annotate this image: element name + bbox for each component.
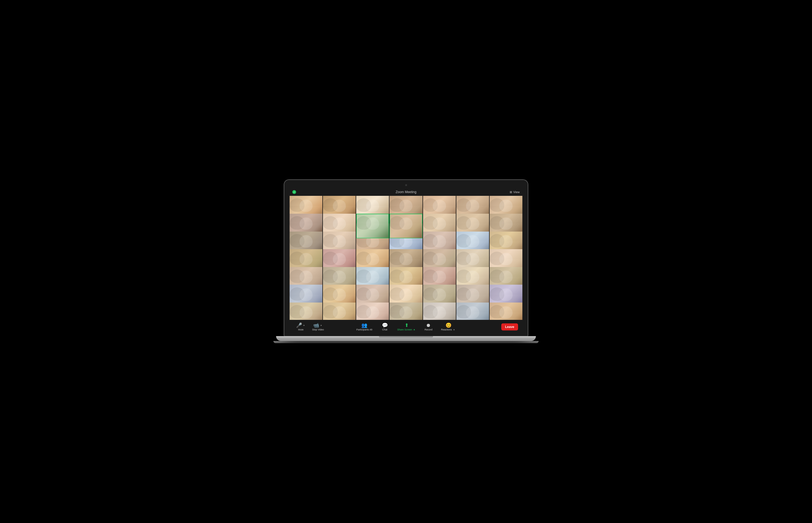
participants-label: Participants — [357, 328, 369, 331]
record-label: Record — [425, 328, 433, 331]
share-screen-button[interactable]: ⬆ Share Screen ▲ — [395, 322, 418, 332]
record-icon: ⏺ — [426, 323, 431, 328]
participant-cell-46[interactable] — [390, 303, 422, 320]
title-bar: ✓ Zoom Meeting ⊞ View — [290, 188, 522, 196]
participant-cell-47[interactable] — [423, 303, 456, 320]
share-screen-icon: ⬆ — [405, 323, 409, 328]
reactions-icon: 😊 — [446, 323, 452, 328]
participant-cell-11[interactable] — [390, 214, 422, 238]
video-grid — [290, 196, 522, 320]
view-label[interactable]: View — [513, 191, 520, 194]
participant-cell-49[interactable] — [490, 303, 522, 320]
toolbar-left: 🎤 ▲ Mute 📹 ▲ Stop Video — [294, 322, 326, 332]
camera-icon: 📹 — [313, 323, 319, 328]
share-screen-label: Share Screen — [397, 328, 412, 331]
stop-video-btn-inner: 📹 ▲ — [313, 323, 323, 328]
participant-cell-43[interactable] — [290, 303, 322, 320]
share-screen-arrow[interactable]: ▲ — [413, 328, 416, 331]
video-arrow[interactable]: ▲ — [319, 324, 323, 326]
toolbar: 🎤 ▲ Mute 📹 ▲ Stop Video — [290, 320, 522, 334]
reactions-arrow[interactable]: ▲ — [453, 328, 456, 331]
record-button[interactable]: ⏺ Record — [422, 322, 435, 332]
chat-label: Chat — [382, 328, 387, 331]
participant-cell-45[interactable] — [356, 303, 389, 320]
participants-button[interactable]: 👥 Participants 49 — [354, 322, 375, 332]
mute-button[interactable]: 🎤 ▲ Mute — [294, 322, 308, 332]
meeting-title: Zoom Meeting — [396, 190, 417, 194]
screen: ✓ Zoom Meeting ⊞ View — [290, 188, 522, 334]
laptop-base — [276, 336, 536, 341]
camera-dot — [405, 184, 407, 186]
screen-bezel: ✓ Zoom Meeting ⊞ View — [284, 180, 528, 336]
participant-cell-10[interactable] — [356, 214, 389, 238]
participant-cell-48[interactable] — [456, 303, 489, 320]
shield-icon: ✓ — [292, 190, 296, 194]
chat-button[interactable]: 💬 Chat — [379, 322, 391, 332]
stop-video-button[interactable]: 📹 ▲ Stop Video — [310, 322, 326, 332]
title-bar-left: ✓ — [292, 190, 296, 194]
mute-btn-inner: 🎤 ▲ — [296, 323, 306, 328]
laptop-base-bottom — [273, 341, 539, 343]
laptop-container: ✓ Zoom Meeting ⊞ View — [284, 180, 528, 343]
title-bar-right[interactable]: ⊞ View — [510, 191, 520, 194]
toolbar-center: 👥 Participants 49 💬 Chat — [354, 322, 458, 332]
mute-label: Mute — [298, 328, 303, 331]
leave-button[interactable]: Leave — [501, 323, 518, 330]
stop-video-label: Stop Video — [312, 328, 324, 331]
participants-count: 49 — [370, 328, 373, 331]
toolbar-right: Leave — [501, 323, 518, 330]
reactions-button[interactable]: 😊 Reactions ▲ — [439, 322, 458, 332]
microphone-icon: 🎤 — [296, 323, 302, 328]
participants-icon: 👥 — [361, 323, 367, 328]
grid-icon: ⊞ — [510, 191, 512, 194]
mute-arrow[interactable]: ▲ — [302, 324, 306, 326]
reactions-label: Reactions — [441, 328, 452, 331]
screen-content: ✓ Zoom Meeting ⊞ View — [290, 188, 522, 334]
participant-cell-44[interactable] — [323, 303, 356, 320]
chat-icon: 💬 — [382, 323, 388, 328]
